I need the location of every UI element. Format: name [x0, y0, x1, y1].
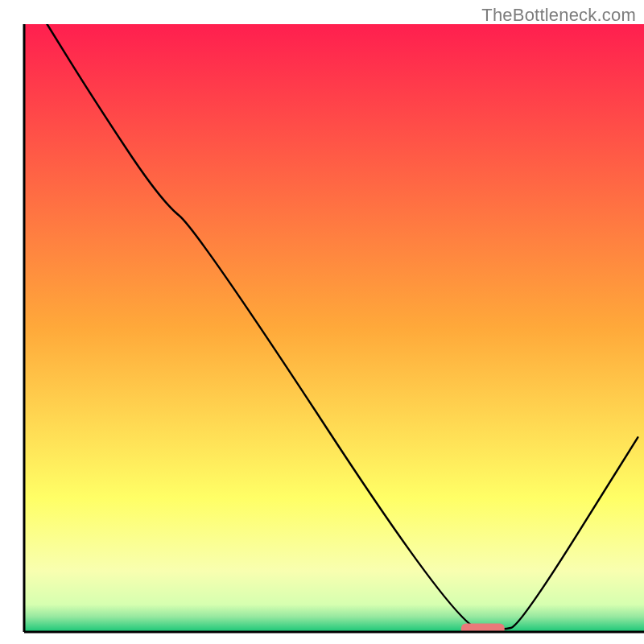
watermark-text: TheBottleneck.com: [481, 5, 636, 26]
gradient-background: [24, 24, 644, 632]
chart-svg: [0, 0, 644, 644]
bottleneck-chart: TheBottleneck.com: [0, 0, 644, 644]
